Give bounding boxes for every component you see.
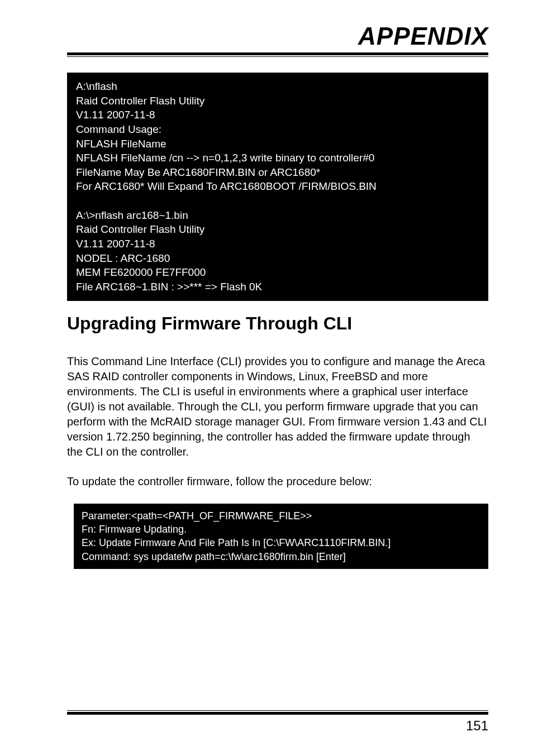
header-title: APPENDIX: [67, 22, 488, 50]
header-rule-thick: [67, 52, 488, 55]
section-heading: Upgrading Firmware Through CLI: [67, 313, 488, 334]
page-number: 151: [67, 718, 488, 734]
paragraph-cli-intro: This Command Line Interface (CLI) provid…: [67, 354, 488, 460]
footer-rule-thick: [67, 712, 488, 715]
footer-rule-thin: [67, 710, 488, 711]
code-block-nflash-usage: A:\nflash Raid Controller Flash Utility …: [67, 73, 488, 301]
code-block-cli-command: Parameter:<path=<PATH_OF_FIRMWARE_FILE>>…: [74, 504, 488, 569]
header-rule-thin: [67, 56, 488, 57]
paragraph-procedure-lead: To update the controller firmware, follo…: [67, 474, 488, 489]
footer: 151: [67, 710, 488, 734]
